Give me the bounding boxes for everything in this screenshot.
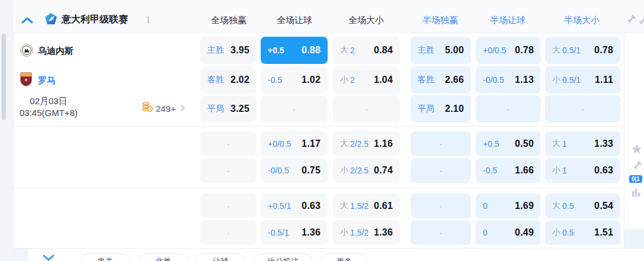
- odds-cell-empty: -: [545, 95, 620, 123]
- odds-cell-empty: -: [200, 220, 257, 245]
- odds-cell-htou2-under[interactable]: 小10.63: [545, 158, 620, 183]
- odds-cell-ht1x2-draw[interactable]: 平局2.10: [411, 95, 471, 123]
- right-panel-divider: [624, 33, 624, 261]
- pin-icon[interactable]: [639, 15, 644, 27]
- odds-cell-ft1x2-home[interactable]: 主胜3.95: [200, 37, 257, 64]
- market-pill[interactable]: 让球: [196, 253, 246, 261]
- odds-cell-empty: -: [261, 95, 328, 123]
- odds-cell-htou-under[interactable]: 小0.5/11.11: [545, 66, 620, 94]
- league-title[interactable]: 意大利甲级联赛: [62, 14, 128, 26]
- odds-cell-empty: -: [411, 158, 471, 183]
- league-logo-icon: [45, 13, 57, 27]
- away-team-badge: [20, 72, 32, 89]
- odds-cell-ftou3-under[interactable]: 小1.5/21.36: [333, 220, 400, 245]
- odds-cell-empty: -: [411, 131, 471, 156]
- odds-cell-ftou2-over[interactable]: 大2/2.51.16: [333, 131, 400, 156]
- odds-cell-empty: -: [200, 194, 257, 218]
- odds-cell-fthandicap-home-selected[interactable]: +0.50.88: [261, 37, 328, 64]
- odds-cell-hthandicap3-away[interactable]: 00.49: [476, 220, 541, 245]
- odds-cell-empty: -: [200, 131, 257, 156]
- odds-cell-fthandicap-away[interactable]: -0.51.02: [261, 66, 328, 94]
- odds-cell-htou-over[interactable]: 大0.5/10.78: [545, 37, 620, 64]
- odds-cell-empty: -: [200, 158, 257, 183]
- league-match-count: 1: [146, 15, 150, 24]
- market-pill[interactable]: 更多: [321, 253, 368, 261]
- odds-cell-htou2-over[interactable]: 大11.33: [545, 131, 620, 156]
- column-header-ft-handicap: 全场让球: [277, 15, 312, 26]
- home-team-badge: [20, 44, 33, 59]
- market-pill[interactable]: 串关: [80, 253, 130, 261]
- odds-cell-ht1x2-home[interactable]: 主胜5.00: [411, 37, 471, 64]
- odds-cell-empty: -: [411, 194, 471, 218]
- column-header-ht-overunder[interactable]: 半场大小: [564, 15, 600, 26]
- more-markets-count: 249+: [156, 104, 176, 114]
- more-markets-link[interactable]: 249+: [142, 102, 186, 115]
- odds-cell-ft1x2-away[interactable]: 客胜2.02: [200, 66, 257, 94]
- odds-cell-hthandicap-away[interactable]: -0/0.51.13: [476, 66, 541, 94]
- markets-coins-icon: [142, 102, 153, 115]
- star-icon[interactable]: [632, 144, 642, 157]
- odds-cell-hthandicap-home[interactable]: +0/0.50.78: [476, 37, 541, 64]
- odds-cell-ftou-over[interactable]: 大20.84: [333, 37, 400, 64]
- column-header-ft-overunder: 全场大小: [348, 15, 384, 26]
- odds-cell-ftou2-under[interactable]: 小2/2.50.74: [333, 158, 400, 183]
- odds-board: 意大利甲级联赛 1 全场独赢 全场让球 全场大小 半场独赢 半场让球 半场大小 …: [0, 0, 644, 261]
- match-datetime: 02月03日 03:45(GMT+8): [7, 95, 90, 119]
- pin-icon[interactable]: [633, 160, 642, 172]
- match-time: 03:45(GMT+8): [7, 107, 90, 119]
- odds-cell-fthandicap2-away[interactable]: -0/0.50.75: [261, 158, 328, 183]
- group-divider: [13, 188, 624, 188]
- odds-cell-ftou3-over[interactable]: 大1.5/20.61: [333, 194, 400, 218]
- column-header-ft-1x2: 全场独赢: [211, 15, 246, 26]
- score-badge[interactable]: 0|1: [629, 175, 642, 183]
- odds-cell-htou3-under[interactable]: 小0.51.51: [545, 220, 620, 245]
- collapse-chevron-up-icon[interactable]: [21, 15, 33, 26]
- stats-bars-icon[interactable]: [632, 188, 641, 199]
- odds-cell-ht1x2-away[interactable]: 客胜2.66: [411, 66, 471, 94]
- odds-cell-empty: -: [333, 95, 400, 123]
- odds-cell-hthandicap2-home[interactable]: +0.50.50: [476, 131, 541, 156]
- odds-cell-fthandicap2-home[interactable]: +0/0.51.17: [261, 131, 328, 156]
- pin-icon[interactable]: [627, 14, 636, 26]
- odds-cell-hthandicap3-home[interactable]: 01.69: [476, 194, 541, 218]
- odds-cell-empty: -: [411, 220, 471, 245]
- match-date: 02月03日: [7, 95, 90, 107]
- market-pill[interactable]: 比分投注: [254, 253, 313, 261]
- collapse-chevron-down-icon[interactable]: [43, 253, 55, 261]
- home-team-name[interactable]: 乌迪内斯: [38, 46, 73, 57]
- group-divider: [13, 126, 624, 127]
- odds-cell-htou3-over[interactable]: 大0.50.54: [545, 194, 620, 218]
- odds-cell-hthandicap2-away[interactable]: -0.51.66: [476, 158, 541, 183]
- market-pill[interactable]: 北单: [138, 253, 188, 261]
- footer-corner: [13, 249, 28, 261]
- column-header-ht-handicap[interactable]: 半场让球: [490, 15, 526, 26]
- away-team-name[interactable]: 罗马: [38, 75, 56, 86]
- odds-cell-ft1x2-draw[interactable]: 平局3.25: [200, 95, 257, 123]
- scrollbar-thumb[interactable]: [2, 34, 6, 120]
- odds-cell-ftou-under[interactable]: 小21.04: [333, 66, 400, 94]
- odds-cell-empty: -: [476, 95, 541, 123]
- column-header-ht-1x2[interactable]: 半场独赢: [422, 15, 458, 26]
- odds-cell-fthandicap3-home[interactable]: +0.5/10.63: [261, 194, 328, 218]
- odds-cell-fthandicap3-away[interactable]: -0.5/11.36: [261, 220, 328, 245]
- chevron-right-icon: [179, 103, 186, 114]
